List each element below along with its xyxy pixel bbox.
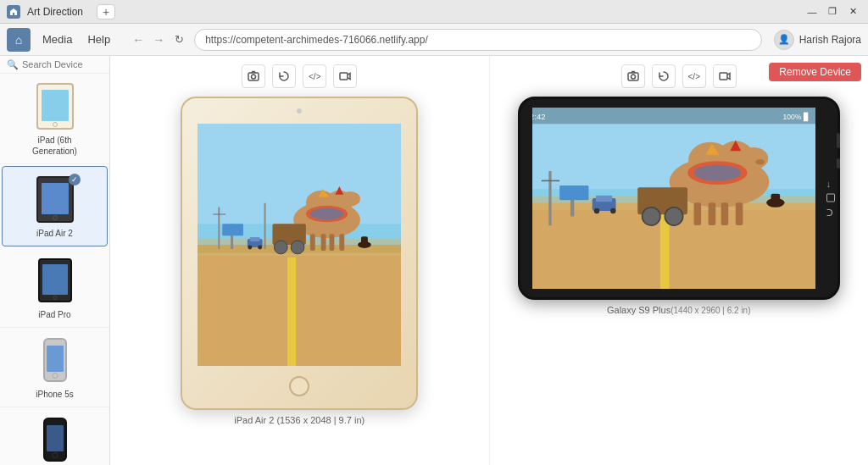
title-bar: Art Direction + — ❐ ✕ [0, 0, 868, 24]
svg-rect-26 [250, 237, 260, 241]
svg-rect-71 [532, 108, 815, 124]
ipad-screen [198, 124, 401, 366]
home-button[interactable]: ⌂ [7, 28, 31, 52]
device-card-iphone-5s[interactable]: iPhone 5s [0, 328, 109, 407]
search-input[interactable] [22, 59, 110, 69]
right-video-button[interactable] [713, 64, 737, 88]
svg-rect-50 [693, 202, 701, 225]
device-thumb-iphone-5s [30, 335, 81, 385]
svg-point-48 [739, 147, 768, 169]
user-info: 👤 Harish Rajora [774, 30, 861, 50]
device-label-iphone-5s: iPhone 5s [36, 389, 73, 400]
svg-point-58 [665, 208, 682, 225]
svg-text:100% ▊: 100% ▊ [782, 112, 809, 122]
svg-rect-31 [219, 208, 220, 249]
search-bar: 🔍 ◀ [0, 56, 109, 74]
svg-rect-67 [548, 171, 551, 225]
svg-point-37 [631, 75, 635, 79]
svg-point-22 [291, 241, 304, 254]
new-tab-button[interactable]: + [97, 4, 115, 19]
nav-menu: Media Help [36, 30, 117, 49]
restore-button[interactable]: ❐ [824, 5, 841, 19]
svg-point-28 [258, 245, 262, 249]
svg-rect-51 [708, 202, 715, 225]
galaxy-s9plus-mockup: 12:42 100% ▊ ↓ Ↄ [518, 97, 840, 300]
device-label-ipad-air-2: iPad Air 2 [36, 228, 73, 239]
left-camera-button[interactable] [242, 64, 265, 88]
user-avatar: 👤 [774, 30, 794, 50]
url-bar[interactable]: https://competent-archimedes-716066.netl… [194, 29, 761, 51]
galaxy-screen: 12:42 100% ▊ [532, 108, 815, 289]
url-text: https://competent-archimedes-716066.netl… [205, 34, 428, 46]
device-card-ipad-air-2[interactable]: ✓ iPad Air 2 [2, 166, 108, 246]
minimize-button[interactable]: — [804, 5, 821, 19]
back-button[interactable]: ← [129, 31, 147, 48]
app-icon [7, 5, 20, 19]
svg-rect-4 [198, 124, 401, 224]
left-video-button[interactable] [333, 64, 357, 88]
device-thumb-ipad-air-2: ✓ [30, 174, 81, 224]
ipad-air2-mockup [181, 97, 418, 410]
svg-point-27 [248, 245, 253, 249]
nav-arrows: ← → ↻ [129, 31, 189, 48]
device-thumb-ipad-6th [30, 80, 81, 131]
svg-rect-17 [340, 234, 345, 251]
svg-rect-30 [223, 224, 244, 235]
svg-rect-7 [287, 257, 296, 366]
device-card-iphone-6[interactable]: iPhone 6 [0, 407, 109, 465]
nav-help[interactable]: Help [81, 30, 117, 49]
forward-button[interactable]: → [149, 31, 168, 48]
svg-point-63 [594, 208, 599, 213]
device-label-ipad-pro: iPad Pro [38, 309, 70, 320]
svg-point-64 [610, 208, 615, 213]
right-toolbar: </> [621, 64, 737, 88]
ipad-air2-caption: iPad Air 2 (1536 x 2048 | 9.7 in) [234, 415, 364, 425]
selected-check-icon: ✓ [69, 174, 81, 185]
svg-point-1 [252, 75, 256, 79]
nav-icon: Ↄ [826, 208, 835, 219]
svg-rect-24 [361, 236, 368, 246]
left-rotate-button[interactable] [272, 64, 296, 88]
svg-rect-66 [559, 185, 588, 200]
close-button[interactable]: ✕ [844, 5, 861, 19]
window-controls: — ❐ ✕ [804, 5, 861, 19]
svg-rect-53 [736, 202, 743, 225]
svg-rect-60 [771, 194, 780, 207]
svg-rect-33 [264, 203, 266, 249]
left-code-button[interactable]: </> [303, 64, 326, 88]
galaxy-caption: Galaxy S9 Plus(1440 x 2960 | 6.2 in) [607, 305, 751, 315]
right-device-panel: Remove Device </> [490, 56, 869, 465]
svg-rect-6 [198, 253, 401, 366]
svg-rect-32 [214, 214, 226, 215]
device-thumb-ipad-pro [30, 255, 81, 306]
device-card-ipad-pro[interactable]: iPad Pro [0, 248, 109, 328]
svg-point-55 [693, 164, 741, 180]
svg-text:12:42: 12:42 [532, 112, 546, 121]
search-icon: 🔍 [7, 59, 19, 70]
remove-device-button[interactable]: Remove Device [769, 63, 861, 81]
right-code-button[interactable]: </> [682, 64, 706, 88]
main-layout: 🔍 ◀ iPad (6thGeneration) ✓ [0, 56, 868, 465]
svg-point-19 [310, 208, 343, 220]
down-arrow-icon: ↓ [826, 179, 835, 189]
svg-rect-62 [596, 196, 612, 202]
sidebar: 🔍 ◀ iPad (6thGeneration) ✓ [0, 56, 110, 465]
right-rotate-button[interactable] [652, 64, 676, 88]
user-name: Harish Rajora [799, 34, 861, 46]
nav-media[interactable]: Media [36, 30, 79, 49]
svg-rect-68 [542, 180, 559, 182]
svg-rect-16 [330, 234, 335, 251]
app-name: Art Direction [27, 6, 83, 18]
svg-rect-2 [340, 73, 348, 80]
device-thumb-iphone-6 [30, 414, 81, 465]
device-label-ipad-6th: iPad (6thGeneration) [32, 135, 77, 157]
svg-rect-14 [310, 234, 315, 251]
device-card-ipad-6th[interactable]: iPad (6thGeneration) [0, 74, 109, 164]
svg-point-13 [341, 191, 361, 207]
content-area: </> [110, 56, 868, 465]
right-camera-button[interactable] [621, 64, 645, 88]
nav-bar: ⌂ Media Help ← → ↻ https://competent-arc… [0, 24, 868, 56]
svg-point-57 [642, 208, 659, 225]
refresh-button[interactable]: ↻ [170, 31, 189, 48]
svg-rect-52 [721, 202, 728, 225]
